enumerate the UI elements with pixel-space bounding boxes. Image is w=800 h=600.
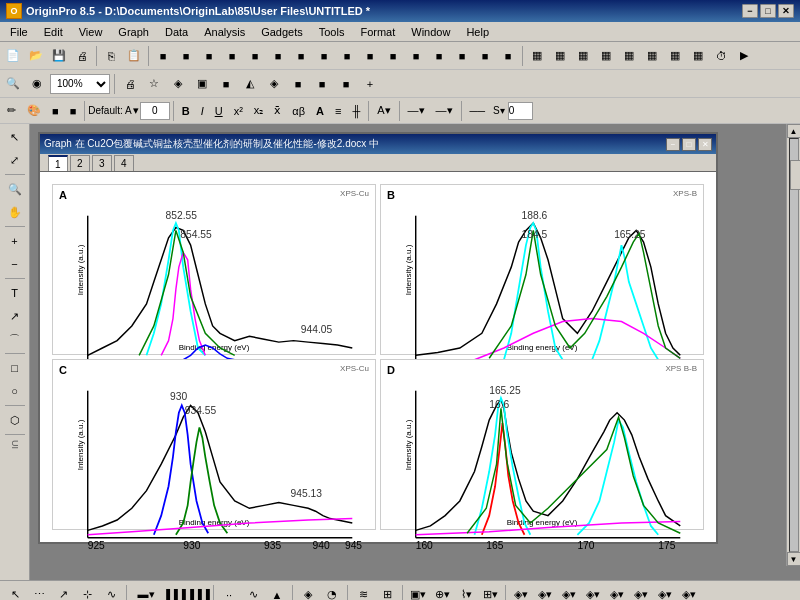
fmt-line1[interactable]: —▾ [403,101,430,121]
tb-btn-1[interactable]: ■ [152,45,174,67]
tb-graph-7[interactable]: ▦ [664,45,686,67]
scroll-thumb-vertical[interactable] [790,160,801,190]
bt-misc4[interactable]: ◈▾ [582,584,604,601]
new-button[interactable]: 📄 [2,45,24,67]
bt-analysis[interactable]: ⊞▾ [479,584,501,601]
bt-line-btn1[interactable]: ▬▾ [131,584,161,601]
save-button[interactable]: 💾 [48,45,70,67]
bt-misc3[interactable]: ◈▾ [558,584,580,601]
alpha-button[interactable]: αβ [287,101,310,121]
graph-tab-2[interactable]: 2 [70,155,90,171]
tb2-btn6[interactable]: ■ [215,73,237,95]
graph-maximize-button[interactable]: □ [682,138,696,151]
tb2-btn2[interactable]: ◉ [26,73,48,95]
graph-tab-1[interactable]: 1 [48,155,68,171]
menu-help[interactable]: Help [458,24,497,40]
tb-btn-15[interactable]: ■ [474,45,496,67]
bt-btn2[interactable]: ⋯ [28,584,50,601]
text-tool[interactable]: T [3,282,27,304]
bt-area[interactable]: ▲ [266,584,288,601]
tb2-btn7[interactable]: ◭ [239,73,261,95]
tb2-btn8[interactable]: ◈ [263,73,285,95]
fmt-val-input[interactable] [508,102,533,120]
fmt-draw[interactable]: ✏ [2,101,21,121]
bt-pie[interactable]: ◔ [321,584,343,601]
tb2-btn9[interactable]: ■ [287,73,309,95]
paste-button[interactable]: 📋 [123,45,145,67]
menu-data[interactable]: Data [157,24,196,40]
tb2-btn1[interactable]: 🔍 [2,73,24,95]
fmt-color[interactable]: 🎨 [22,101,46,121]
bt-misc6[interactable]: ◈▾ [630,584,652,601]
fmt-prop[interactable]: ■ [65,101,82,121]
scroll-up-button[interactable]: ▲ [787,124,801,138]
fmt-thick[interactable]: ── [465,101,491,121]
tb-btn-16[interactable]: ■ [497,45,519,67]
maximize-button[interactable]: □ [760,4,776,18]
zoom-select[interactable]: 100% 75% 150% [50,74,110,94]
tb-btn-5[interactable]: ■ [244,45,266,67]
copy-button[interactable]: ⎘ [100,45,122,67]
tb2-print[interactable]: 🖨 [119,73,141,95]
menu-analysis[interactable]: Analysis [196,24,253,40]
tb-btn-3[interactable]: ■ [198,45,220,67]
arrow-tool[interactable]: ↖ [3,126,27,148]
bt-btn1[interactable]: ↖ [4,584,26,601]
menu-edit[interactable]: Edit [36,24,71,40]
tb2-btn5[interactable]: ▣ [191,73,213,95]
menu-view[interactable]: View [71,24,111,40]
close-button[interactable]: ✕ [778,4,794,18]
polygon-tool[interactable]: ⬡ [3,409,27,431]
bold-button[interactable]: B [177,101,195,121]
superscript-button[interactable]: x² [229,101,248,121]
menu-gadgets[interactable]: Gadgets [253,24,311,40]
bt-3d[interactable]: ◈ [297,584,319,601]
tb-graph-3[interactable]: ▦ [572,45,594,67]
tb2-btn11[interactable]: ■ [335,73,357,95]
bt-misc8[interactable]: ◈▾ [678,584,700,601]
bt-btn3[interactable]: ↗ [52,584,74,601]
bt-line[interactable]: ∿ [242,584,264,601]
cap-A-button[interactable]: A [311,101,329,121]
bt-btn5[interactable]: ∿ [100,584,122,601]
tb-graph-6[interactable]: ▦ [641,45,663,67]
graph-close-button[interactable]: ✕ [698,138,712,151]
open-button[interactable]: 📂 [25,45,47,67]
bt-contour[interactable]: ≋ [352,584,374,601]
scale-tool[interactable]: ⤢ [3,149,27,171]
print-button[interactable]: 🖨 [71,45,93,67]
menu-file[interactable]: File [2,24,36,40]
bt-misc2[interactable]: ◈▾ [534,584,556,601]
menu-graph[interactable]: Graph [110,24,157,40]
curve-tool[interactable]: ⌒ [3,328,27,350]
graph-minimize-button[interactable]: − [666,138,680,151]
fmt-bold-icon[interactable]: ■ [47,101,64,121]
bt-scatter[interactable]: ·· [218,584,240,601]
content-area[interactable]: ▲ ▼ Graph 在 Cu2O包覆碱式铜盐核壳型催化剂的研制及催化性能-修改2… [30,124,800,580]
tb-btn-11[interactable]: ■ [382,45,404,67]
subscript-button[interactable]: x₂ [249,101,269,121]
strikethrough-button[interactable]: x̄ [269,101,286,121]
tb-btn-10[interactable]: ■ [359,45,381,67]
bt-multi[interactable]: ⊞ [376,584,398,601]
bt-bar-btn[interactable]: ▐▐▐ [163,584,185,601]
tb-graph-9[interactable]: ⏱ [710,45,732,67]
align-button[interactable]: ≡ [330,101,346,121]
tb-graph-5[interactable]: ▦ [618,45,640,67]
tb-btn-14[interactable]: ■ [451,45,473,67]
bt-special[interactable]: ⊕▾ [431,584,453,601]
ellipse-tool[interactable]: ○ [3,380,27,402]
tb-btn-8[interactable]: ■ [313,45,335,67]
fmt-line2[interactable]: —▾ [431,101,458,121]
bt-misc5[interactable]: ◈▾ [606,584,628,601]
tb-graph-1[interactable]: ▦ [526,45,548,67]
font-size-input[interactable] [140,102,170,120]
bt-bar-btn2[interactable]: ▐▐▐ [187,584,209,601]
add-point-tool[interactable]: + [3,230,27,252]
tb-graph-8[interactable]: ▦ [687,45,709,67]
tb-graph-10[interactable]: ▶ [733,45,755,67]
underline-button[interactable]: U [210,101,228,121]
tb-btn-7[interactable]: ■ [290,45,312,67]
lines-button[interactable]: ╫ [347,101,365,121]
bt-btn4[interactable]: ⊹ [76,584,98,601]
